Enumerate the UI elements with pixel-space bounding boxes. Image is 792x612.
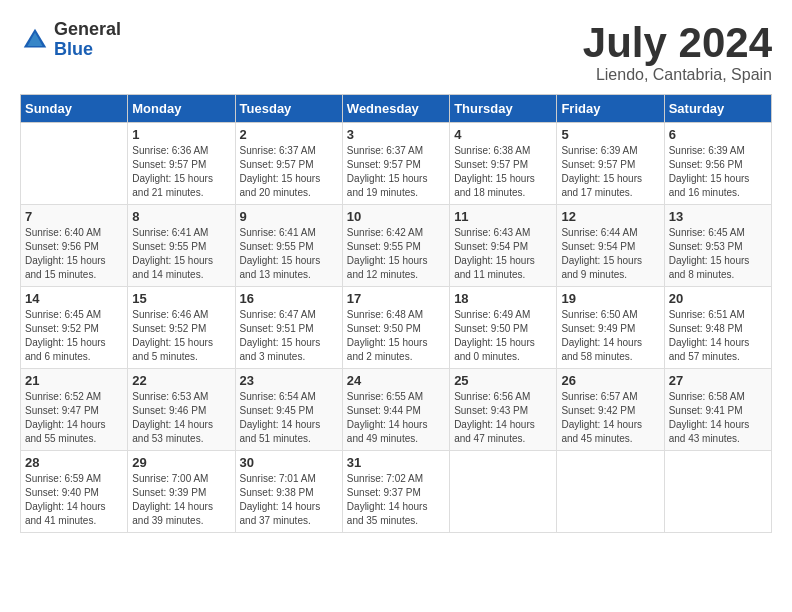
day-number: 26 [561, 373, 659, 388]
weekday-header-monday: Monday [128, 95, 235, 123]
calendar-table: SundayMondayTuesdayWednesdayThursdayFrid… [20, 94, 772, 533]
day-number: 20 [669, 291, 767, 306]
weekday-header-wednesday: Wednesday [342, 95, 449, 123]
day-info: Sunrise: 6:51 AMSunset: 9:48 PMDaylight:… [669, 308, 767, 364]
day-number: 14 [25, 291, 123, 306]
calendar-cell: 27Sunrise: 6:58 AMSunset: 9:41 PMDayligh… [664, 369, 771, 451]
calendar-cell: 9Sunrise: 6:41 AMSunset: 9:55 PMDaylight… [235, 205, 342, 287]
location: Liendo, Cantabria, Spain [583, 66, 772, 84]
weekday-header-saturday: Saturday [664, 95, 771, 123]
day-number: 31 [347, 455, 445, 470]
calendar-cell: 30Sunrise: 7:01 AMSunset: 9:38 PMDayligh… [235, 451, 342, 533]
calendar-cell: 15Sunrise: 6:46 AMSunset: 9:52 PMDayligh… [128, 287, 235, 369]
day-info: Sunrise: 6:39 AMSunset: 9:57 PMDaylight:… [561, 144, 659, 200]
week-row-5: 28Sunrise: 6:59 AMSunset: 9:40 PMDayligh… [21, 451, 772, 533]
day-info: Sunrise: 6:45 AMSunset: 9:52 PMDaylight:… [25, 308, 123, 364]
day-number: 17 [347, 291, 445, 306]
day-number: 27 [669, 373, 767, 388]
day-info: Sunrise: 6:53 AMSunset: 9:46 PMDaylight:… [132, 390, 230, 446]
day-info: Sunrise: 6:36 AMSunset: 9:57 PMDaylight:… [132, 144, 230, 200]
day-info: Sunrise: 6:55 AMSunset: 9:44 PMDaylight:… [347, 390, 445, 446]
calendar-cell: 29Sunrise: 7:00 AMSunset: 9:39 PMDayligh… [128, 451, 235, 533]
month-title: July 2024 [583, 20, 772, 66]
calendar-cell: 24Sunrise: 6:55 AMSunset: 9:44 PMDayligh… [342, 369, 449, 451]
page-header: General Blue July 2024 Liendo, Cantabria… [20, 20, 772, 84]
calendar-cell: 26Sunrise: 6:57 AMSunset: 9:42 PMDayligh… [557, 369, 664, 451]
calendar-cell: 21Sunrise: 6:52 AMSunset: 9:47 PMDayligh… [21, 369, 128, 451]
day-info: Sunrise: 6:58 AMSunset: 9:41 PMDaylight:… [669, 390, 767, 446]
calendar-cell: 4Sunrise: 6:38 AMSunset: 9:57 PMDaylight… [450, 123, 557, 205]
day-info: Sunrise: 6:37 AMSunset: 9:57 PMDaylight:… [347, 144, 445, 200]
day-number: 22 [132, 373, 230, 388]
day-number: 12 [561, 209, 659, 224]
calendar-cell [21, 123, 128, 205]
calendar-cell: 10Sunrise: 6:42 AMSunset: 9:55 PMDayligh… [342, 205, 449, 287]
week-row-2: 7Sunrise: 6:40 AMSunset: 9:56 PMDaylight… [21, 205, 772, 287]
calendar-cell [664, 451, 771, 533]
weekday-header-friday: Friday [557, 95, 664, 123]
week-row-3: 14Sunrise: 6:45 AMSunset: 9:52 PMDayligh… [21, 287, 772, 369]
week-row-1: 1Sunrise: 6:36 AMSunset: 9:57 PMDaylight… [21, 123, 772, 205]
calendar-cell: 13Sunrise: 6:45 AMSunset: 9:53 PMDayligh… [664, 205, 771, 287]
calendar-cell: 25Sunrise: 6:56 AMSunset: 9:43 PMDayligh… [450, 369, 557, 451]
day-number: 16 [240, 291, 338, 306]
day-info: Sunrise: 6:48 AMSunset: 9:50 PMDaylight:… [347, 308, 445, 364]
day-number: 23 [240, 373, 338, 388]
day-number: 6 [669, 127, 767, 142]
day-info: Sunrise: 6:56 AMSunset: 9:43 PMDaylight:… [454, 390, 552, 446]
weekday-header-tuesday: Tuesday [235, 95, 342, 123]
day-info: Sunrise: 7:01 AMSunset: 9:38 PMDaylight:… [240, 472, 338, 528]
day-info: Sunrise: 6:52 AMSunset: 9:47 PMDaylight:… [25, 390, 123, 446]
day-info: Sunrise: 6:40 AMSunset: 9:56 PMDaylight:… [25, 226, 123, 282]
day-number: 30 [240, 455, 338, 470]
calendar-cell: 6Sunrise: 6:39 AMSunset: 9:56 PMDaylight… [664, 123, 771, 205]
weekday-header-row: SundayMondayTuesdayWednesdayThursdayFrid… [21, 95, 772, 123]
calendar-cell: 1Sunrise: 6:36 AMSunset: 9:57 PMDaylight… [128, 123, 235, 205]
day-number: 5 [561, 127, 659, 142]
calendar-cell: 2Sunrise: 6:37 AMSunset: 9:57 PMDaylight… [235, 123, 342, 205]
day-number: 11 [454, 209, 552, 224]
calendar-cell: 31Sunrise: 7:02 AMSunset: 9:37 PMDayligh… [342, 451, 449, 533]
day-number: 4 [454, 127, 552, 142]
day-number: 29 [132, 455, 230, 470]
day-info: Sunrise: 6:37 AMSunset: 9:57 PMDaylight:… [240, 144, 338, 200]
day-info: Sunrise: 6:41 AMSunset: 9:55 PMDaylight:… [240, 226, 338, 282]
calendar-cell: 12Sunrise: 6:44 AMSunset: 9:54 PMDayligh… [557, 205, 664, 287]
day-number: 10 [347, 209, 445, 224]
day-info: Sunrise: 6:47 AMSunset: 9:51 PMDaylight:… [240, 308, 338, 364]
day-number: 3 [347, 127, 445, 142]
day-number: 18 [454, 291, 552, 306]
calendar-cell: 7Sunrise: 6:40 AMSunset: 9:56 PMDaylight… [21, 205, 128, 287]
calendar-cell [557, 451, 664, 533]
day-info: Sunrise: 6:38 AMSunset: 9:57 PMDaylight:… [454, 144, 552, 200]
day-number: 25 [454, 373, 552, 388]
calendar-cell: 22Sunrise: 6:53 AMSunset: 9:46 PMDayligh… [128, 369, 235, 451]
day-number: 2 [240, 127, 338, 142]
logo-general: General [54, 20, 121, 40]
day-info: Sunrise: 6:45 AMSunset: 9:53 PMDaylight:… [669, 226, 767, 282]
day-info: Sunrise: 6:50 AMSunset: 9:49 PMDaylight:… [561, 308, 659, 364]
title-block: July 2024 Liendo, Cantabria, Spain [583, 20, 772, 84]
calendar-cell: 17Sunrise: 6:48 AMSunset: 9:50 PMDayligh… [342, 287, 449, 369]
calendar-cell: 5Sunrise: 6:39 AMSunset: 9:57 PMDaylight… [557, 123, 664, 205]
day-info: Sunrise: 7:00 AMSunset: 9:39 PMDaylight:… [132, 472, 230, 528]
calendar-cell: 28Sunrise: 6:59 AMSunset: 9:40 PMDayligh… [21, 451, 128, 533]
day-number: 24 [347, 373, 445, 388]
calendar-cell: 16Sunrise: 6:47 AMSunset: 9:51 PMDayligh… [235, 287, 342, 369]
weekday-header-sunday: Sunday [21, 95, 128, 123]
day-info: Sunrise: 6:41 AMSunset: 9:55 PMDaylight:… [132, 226, 230, 282]
day-number: 28 [25, 455, 123, 470]
logo-icon [20, 25, 50, 55]
calendar-cell: 23Sunrise: 6:54 AMSunset: 9:45 PMDayligh… [235, 369, 342, 451]
calendar-cell: 18Sunrise: 6:49 AMSunset: 9:50 PMDayligh… [450, 287, 557, 369]
day-info: Sunrise: 6:49 AMSunset: 9:50 PMDaylight:… [454, 308, 552, 364]
day-info: Sunrise: 6:43 AMSunset: 9:54 PMDaylight:… [454, 226, 552, 282]
logo-text: General Blue [54, 20, 121, 60]
calendar-cell: 8Sunrise: 6:41 AMSunset: 9:55 PMDaylight… [128, 205, 235, 287]
calendar-cell: 19Sunrise: 6:50 AMSunset: 9:49 PMDayligh… [557, 287, 664, 369]
day-number: 15 [132, 291, 230, 306]
day-info: Sunrise: 7:02 AMSunset: 9:37 PMDaylight:… [347, 472, 445, 528]
calendar-cell: 3Sunrise: 6:37 AMSunset: 9:57 PMDaylight… [342, 123, 449, 205]
day-info: Sunrise: 6:59 AMSunset: 9:40 PMDaylight:… [25, 472, 123, 528]
day-number: 1 [132, 127, 230, 142]
